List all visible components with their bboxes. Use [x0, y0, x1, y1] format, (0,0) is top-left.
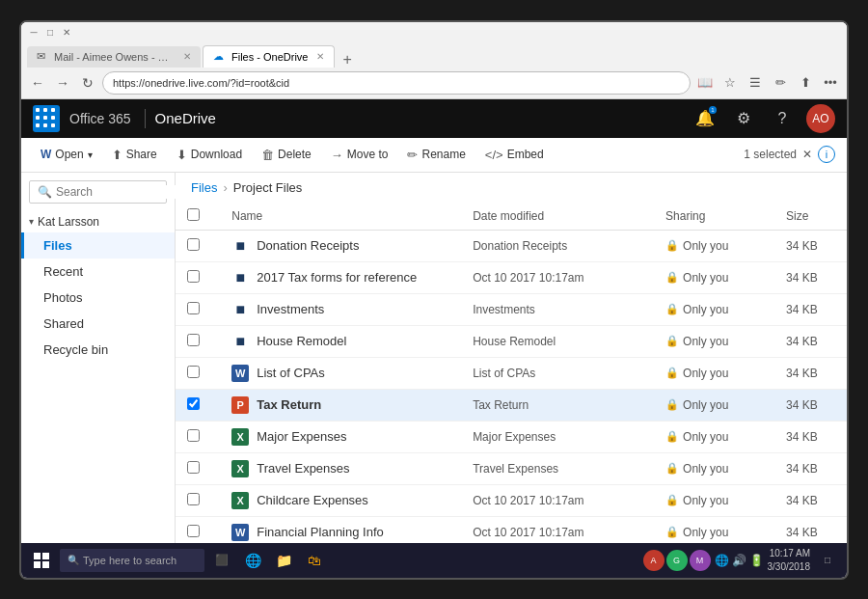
- row-sharing-cell: 🔒 Only you: [654, 293, 774, 325]
- sharing-text: Only you: [683, 462, 728, 476]
- sidebar-item-files[interactable]: Files: [21, 232, 175, 259]
- folder-icon[interactable]: 📁: [270, 547, 297, 574]
- row-name-cell: X Major Expenses: [220, 421, 461, 452]
- file-type-icon: ■: [231, 269, 249, 286]
- row-checkbox[interactable]: [187, 429, 200, 442]
- delete-button[interactable]: 🗑 Delete: [254, 144, 319, 166]
- app-launcher-button[interactable]: [33, 105, 60, 132]
- start-button[interactable]: [27, 546, 56, 575]
- share-button[interactable]: ⬆ Share: [104, 144, 165, 166]
- col-name[interactable]: Name: [220, 203, 461, 231]
- file-name: Investments: [257, 302, 324, 316]
- forward-button[interactable]: →: [52, 72, 73, 94]
- favorites-button[interactable]: ☆: [719, 72, 741, 94]
- chevron-down-icon: ▾: [29, 216, 34, 227]
- table-row[interactable]: X Travel Expenses Travel Expenses 🔒 Only…: [176, 452, 847, 484]
- reading-view-button[interactable]: 📖: [694, 72, 716, 94]
- table-row[interactable]: X Major Expenses Major Expenses 🔒 Only y…: [176, 421, 847, 452]
- sharing-text: Only you: [683, 271, 728, 285]
- move-icon: →: [331, 148, 343, 162]
- rename-button[interactable]: ✏ Rename: [399, 144, 473, 166]
- info-button[interactable]: i: [818, 146, 835, 163]
- sidebar-item-recent[interactable]: Recent: [21, 259, 175, 285]
- browser-top-bar: ─ □ ✕: [21, 22, 847, 43]
- help-button[interactable]: ?: [768, 104, 797, 133]
- taskbar-avatar-2: G: [666, 550, 688, 571]
- photos-label: Photos: [43, 290, 82, 305]
- row-checkbox[interactable]: [187, 366, 200, 378]
- download-button[interactable]: ⬇ Download: [169, 144, 250, 166]
- main-area: 🔍 ▾ Kat Larsson Files Recent Photos Sh: [21, 173, 847, 543]
- close-button[interactable]: ✕: [60, 26, 73, 40]
- user-avatar[interactable]: AO: [806, 104, 835, 133]
- row-checkbox[interactable]: [187, 461, 200, 474]
- file-type-icon: W: [231, 524, 249, 541]
- row-checkbox[interactable]: [187, 302, 200, 314]
- share-button[interactable]: ⬆: [795, 72, 816, 94]
- close-selection-icon[interactable]: ✕: [802, 148, 812, 161]
- mail-tab-close[interactable]: ✕: [183, 51, 191, 62]
- more-button[interactable]: •••: [820, 72, 841, 94]
- minimize-button[interactable]: ─: [27, 26, 41, 40]
- browser-tab-mail[interactable]: ✉ Mail - Aimee Owens - Out... ✕: [27, 46, 201, 68]
- share-icon: ⬆: [112, 148, 122, 162]
- table-row[interactable]: X Childcare Expenses Oct 10 2017 10:17am…: [176, 484, 847, 516]
- table-row[interactable]: ■ Investments Investments 🔒 Only you 34 …: [176, 293, 847, 325]
- row-checkbox[interactable]: [187, 493, 200, 505]
- hub-button[interactable]: ☰: [745, 72, 766, 94]
- embed-button[interactable]: </> Embed: [477, 144, 552, 166]
- row-name-cell: W List of CPAs: [220, 357, 461, 389]
- notification-button[interactable]: 🔔 1: [691, 104, 719, 133]
- row-sharing-cell: 🔒 Only you: [654, 516, 774, 543]
- settings-button[interactable]: ⚙: [729, 104, 758, 133]
- store-icon[interactable]: 🛍: [301, 547, 328, 574]
- row-checkbox[interactable]: [187, 270, 200, 283]
- lock-icon: 🔒: [665, 462, 679, 475]
- col-sharing[interactable]: Sharing: [654, 203, 774, 231]
- file-name: Major Expenses: [257, 429, 346, 444]
- move-to-button[interactable]: → Move to: [323, 144, 396, 166]
- new-tab-button[interactable]: +: [337, 52, 357, 68]
- table-row[interactable]: ■ 2017 Tax forms for reference Oct 10 20…: [176, 261, 847, 293]
- row-name-cell: P Tax Return: [220, 389, 461, 421]
- toolbar: W Open ▾ ⬆ Share ⬇ Download 🗑 Delete → M…: [21, 138, 847, 173]
- select-all-checkbox[interactable]: [187, 208, 200, 221]
- search-bar[interactable]: 🔍: [29, 180, 167, 204]
- table-row[interactable]: W List of CPAs List of CPAs 🔒 Only you 3…: [176, 357, 847, 389]
- table-row[interactable]: ■ Donation Receipts Donation Receipts 🔒 …: [176, 230, 847, 261]
- table-row[interactable]: P Tax Return Tax Return 🔒 Only you 34 KB: [176, 389, 847, 421]
- recycle-label: Recycle bin: [43, 342, 108, 357]
- row-checkbox[interactable]: [187, 238, 200, 251]
- open-button[interactable]: W Open ▾: [33, 144, 100, 165]
- network-icon: 🌐: [715, 554, 729, 567]
- taskbar-app-avatars: A G M: [643, 550, 711, 571]
- sidebar-item-shared[interactable]: Shared: [21, 311, 175, 337]
- task-view-button[interactable]: ⬛: [208, 547, 235, 574]
- table-row[interactable]: W Financial Planning Info Oct 10 2017 10…: [176, 516, 847, 543]
- windows-icon: [34, 553, 49, 568]
- back-button[interactable]: ←: [27, 72, 48, 94]
- maximize-button[interactable]: □: [43, 26, 57, 40]
- show-desktop-button[interactable]: □: [814, 547, 841, 574]
- sidebar-item-photos[interactable]: Photos: [21, 285, 175, 311]
- row-size-cell: 34 KB: [774, 293, 847, 325]
- sharing-text: Only you: [683, 494, 728, 507]
- col-size[interactable]: Size: [774, 203, 847, 231]
- table-row[interactable]: ■ House Remodel House Remodel 🔒 Only you…: [176, 325, 847, 357]
- onedrive-tab-close[interactable]: ✕: [316, 51, 324, 62]
- lock-icon: 🔒: [665, 271, 679, 284]
- breadcrumb-files-link[interactable]: Files: [191, 180, 217, 195]
- browser-tab-onedrive[interactable]: ☁ Files - OneDrive ✕: [203, 45, 335, 68]
- row-checkbox[interactable]: [187, 397, 200, 410]
- taskbar-search[interactable]: 🔍 Type here to search: [60, 549, 204, 572]
- user-section-header[interactable]: ▾ Kat Larsson: [21, 211, 175, 232]
- col-date[interactable]: Date modified: [461, 203, 654, 231]
- edge-icon[interactable]: 🌐: [239, 547, 266, 574]
- address-input[interactable]: [102, 71, 691, 95]
- row-checkbox[interactable]: [187, 334, 200, 346]
- notes-button[interactable]: ✏: [770, 72, 791, 94]
- row-checkbox[interactable]: [187, 525, 200, 537]
- row-size-cell: 34 KB: [774, 357, 847, 389]
- sidebar-item-recycle[interactable]: Recycle bin: [21, 337, 175, 363]
- refresh-button[interactable]: ↻: [77, 72, 98, 94]
